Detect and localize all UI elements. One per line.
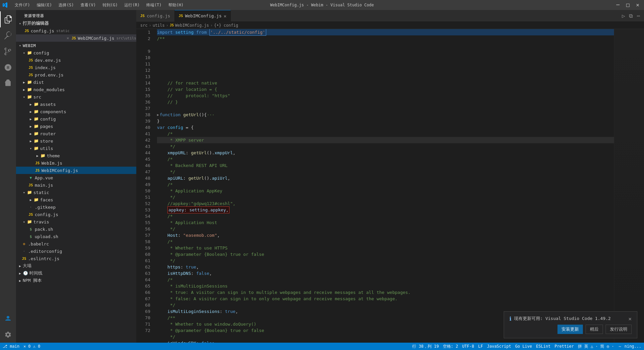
tab-close-button[interactable]: ✕ <box>224 14 226 18</box>
section-da-ta[interactable]: ▶ 大塌 <box>16 262 136 270</box>
status-git-branch[interactable]: ⎇ main <box>3 344 19 349</box>
section-webim[interactable]: ▾ WEBIM <box>16 42 136 49</box>
breadcrumb-filename[interactable]: WebIMConfig.js <box>175 23 209 28</box>
open-editors-arrow: ▾ <box>17 21 23 26</box>
file-webimconfig-js[interactable]: JS WebIMConfig.js <box>16 167 136 174</box>
file-eslintrc[interactable]: JS .eslintrc.js <box>16 255 136 262</box>
activity-extensions[interactable] <box>0 75 16 92</box>
section-timeline[interactable]: ▶ 🕐 时间线 <box>16 270 136 277</box>
file-dev-env-label: dev.env.js <box>35 58 61 63</box>
file-static-config[interactable]: JS config.js <box>16 211 136 218</box>
menu-edit[interactable]: 编辑(E) <box>34 2 55 9</box>
folder-src-config[interactable]: ▶ 📁 config <box>16 115 136 123</box>
folder-faces-label: faces <box>40 197 53 202</box>
clock-icon: 🕐 <box>23 271 28 276</box>
folder-pages[interactable]: ▶ 📁 pages <box>16 123 136 130</box>
activity-settings[interactable] <box>0 327 16 343</box>
status-golive[interactable]: Go Live <box>515 344 532 349</box>
folder-config[interactable]: ▾ 📁 config <box>16 49 136 56</box>
folder-assets[interactable]: ▶ 📁 assets <box>16 101 136 108</box>
file-index[interactable]: JS index.js <box>16 64 136 71</box>
status-eol[interactable]: LF <box>478 344 483 349</box>
tab-config-js[interactable]: JS config.js <box>136 10 175 22</box>
section-open-editors[interactable]: ▾ 打开的编辑器 <box>16 20 136 27</box>
minimize-button[interactable]: ─ <box>614 0 622 10</box>
code-line-13: // } <box>157 99 614 105</box>
menu-file[interactable]: 文件(F) <box>12 2 33 9</box>
open-file-webimconfig[interactable]: ✕ JS WebIMConfig.js src\utils <box>16 34 136 42</box>
menu-view[interactable]: 查看(V) <box>78 2 99 9</box>
folder-travis[interactable]: ▾ 📁 travis <box>16 218 136 225</box>
breadcrumb-utils[interactable]: utils <box>153 23 165 28</box>
status-position[interactable]: 行 38，列 19 <box>412 344 439 349</box>
split-editor-button[interactable]: ⧉ <box>628 12 634 20</box>
status-input-method[interactable]: 拼 英 △ · 简 ◎ · <box>578 344 614 349</box>
folder-faces[interactable]: ▶ 📁 faces <box>16 196 136 203</box>
run-button[interactable]: ▷ <box>621 12 627 20</box>
section-npm[interactable]: ▶ NPM 脚本 <box>16 277 136 284</box>
folder-nm-label: node_modules <box>33 87 65 92</box>
activity-account[interactable] <box>0 311 16 327</box>
folder-node-modules[interactable]: ▶ 📁 node_modules <box>16 86 136 93</box>
menu-terminal[interactable]: 终端(T) <box>144 2 164 9</box>
close-file-icon[interactable]: ✕ <box>67 36 69 40</box>
release-notes-button[interactable]: 发行说明 <box>606 325 632 334</box>
breadcrumb-config[interactable]: {•} config <box>214 23 238 28</box>
file-editorconfig[interactable]: · .editorconfig <box>16 247 136 255</box>
close-button[interactable]: ✕ <box>634 0 641 10</box>
file-prod-env[interactable]: JS prod.env.js <box>16 71 136 78</box>
file-app-vue[interactable]: ▼ App.vue <box>16 174 136 181</box>
activity-run[interactable] <box>0 59 16 75</box>
folder-components[interactable]: ▶ 📁 components <box>16 108 136 115</box>
menu-select[interactable]: 选择(S) <box>56 2 76 9</box>
file-tree: ▾ 打开的编辑器 JS config.js static ✕ JS WebIMC… <box>16 20 136 343</box>
breadcrumb-file[interactable]: JS <box>170 23 174 27</box>
status-language[interactable]: JavaScript <box>487 344 511 349</box>
file-app-vue-label: App.vue <box>35 175 53 180</box>
status-encoding[interactable]: UTF-8 <box>462 344 474 349</box>
status-prettier[interactable]: Prettier <box>554 344 574 349</box>
open-file-webimconfig-label: WebIMConfig.js <box>78 36 115 41</box>
maximize-button[interactable]: □ <box>624 0 632 10</box>
window-controls: ─ □ ✕ <box>614 0 641 10</box>
tab-webimconfig-js[interactable]: JS WebIMConfig.js ✕ <box>175 10 231 22</box>
file-path-badge: src\utils <box>116 36 136 40</box>
open-file-config[interactable]: JS config.js static <box>16 27 136 34</box>
menu-run[interactable]: 运行(R) <box>122 2 142 9</box>
install-update-button[interactable]: 安装更新 <box>557 325 583 334</box>
folder-static[interactable]: ▾ 📁 static <box>16 189 136 196</box>
folder-store[interactable]: ▶ 📁 store <box>16 137 136 145</box>
file-upload-sh[interactable]: $ upload.sh <box>16 233 136 240</box>
js-icon-5: JS <box>35 168 40 173</box>
menu-help[interactable]: 帮助(H) <box>166 2 186 9</box>
file-webim-js[interactable]: JS WebIm.js <box>16 159 136 167</box>
menu-goto[interactable]: 转到(G) <box>100 2 121 9</box>
info-icon: ℹ <box>509 316 511 322</box>
status-eslint[interactable]: ESLint <box>536 344 550 349</box>
code-line-47: */ <box>157 194 614 200</box>
notification-close-button[interactable]: ✕ <box>628 316 632 322</box>
folder-icon-3: 📁 <box>27 87 32 92</box>
activity-explorer[interactable] <box>0 11 16 27</box>
folder-router[interactable]: ▶ 📁 router <box>16 130 136 137</box>
folder-icon-5: 📁 <box>33 102 39 107</box>
breadcrumb-src[interactable]: src <box>140 23 148 28</box>
activity-search[interactable] <box>0 27 16 43</box>
file-pack-sh[interactable]: $ pack.sh <box>16 225 136 233</box>
status-errors[interactable]: ✕ 0 ⚠ 0 <box>23 344 40 349</box>
folder-icon-11: 📁 <box>33 146 39 151</box>
code-editor[interactable]: import setting from '../../static/config… <box>153 29 614 343</box>
file-gitkeep[interactable]: · .gitkeep <box>16 203 136 211</box>
activity-source-control[interactable] <box>0 43 16 59</box>
file-babelrc[interactable]: ⚙ .babelrc <box>16 240 136 247</box>
status-spaces[interactable]: 空格: 2 <box>443 344 458 349</box>
more-actions-button[interactable]: ⋯ <box>635 12 641 20</box>
folder-dist[interactable]: ▶ 📁 dist <box>16 78 136 86</box>
file-dev-env[interactable]: JS dev.env.js <box>16 56 136 64</box>
status-extra[interactable]: ～ ning... <box>618 344 641 349</box>
later-button[interactable]: 稍后 <box>586 325 603 334</box>
folder-theme[interactable]: ▶ 📁 theme <box>16 152 136 159</box>
file-main-js[interactable]: JS main.js <box>16 181 136 189</box>
folder-src[interactable]: ▾ 📁 src <box>16 93 136 101</box>
folder-utils[interactable]: ▾ 📁 utils <box>16 145 136 152</box>
